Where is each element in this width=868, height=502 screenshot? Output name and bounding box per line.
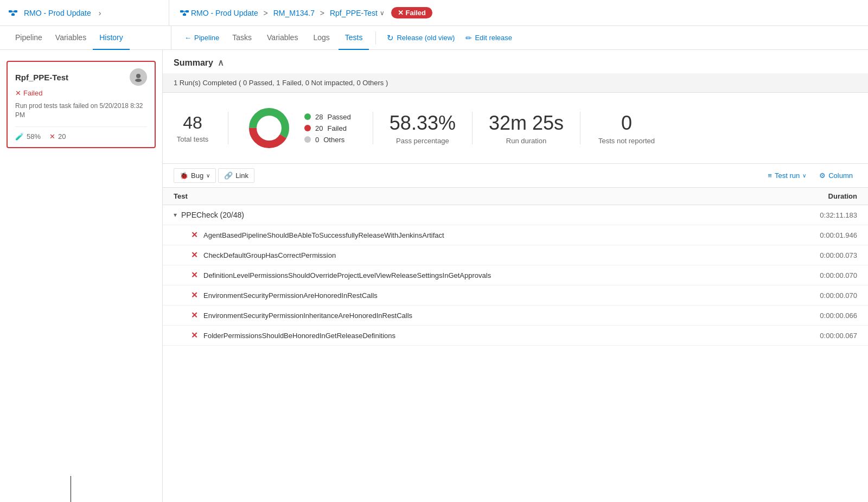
- others-label: Others: [323, 136, 344, 144]
- tooltip-line: [71, 476, 71, 503]
- pipeline-icon-left: [7, 7, 20, 20]
- test-item-row[interactable]: ✕ CheckDefaultGroupHasCorrectPermission …: [163, 245, 868, 265]
- pass-pct-label: Pass percentage: [396, 137, 449, 145]
- tab-logs[interactable]: Logs: [307, 26, 336, 50]
- edit-release-label: Edit release: [475, 34, 512, 42]
- summary-collapse-icon[interactable]: ∧: [218, 58, 224, 68]
- test-item-duration-1: 0:00:00.073: [781, 251, 857, 259]
- link-button[interactable]: 🔗 Link: [218, 168, 254, 183]
- stage-chevron-icon[interactable]: ∨: [380, 9, 385, 17]
- right-pipeline-title[interactable]: RMO - Prod Update: [191, 9, 258, 17]
- svg-rect-1: [14, 10, 17, 12]
- legend-passed: 28 Passed: [304, 113, 351, 121]
- stage-status: ✕ Failed: [15, 89, 147, 97]
- stat-divider-1: [228, 112, 228, 144]
- test-item-duration-3: 0:00:00.070: [781, 291, 857, 300]
- failed-label: Failed: [327, 124, 346, 132]
- bug-button[interactable]: 🐞 Bug ∨: [174, 168, 216, 183]
- top-bar-left: RMO - Prod Update ›: [7, 0, 169, 26]
- pass-pct-value: 58.33%: [390, 112, 456, 135]
- nav-tabs-row: Pipeline Variables History ← Pipeline Ta…: [0, 26, 868, 50]
- tab-pipeline[interactable]: Pipeline: [9, 26, 49, 50]
- nav-left-tabs: Pipeline Variables History: [9, 26, 130, 50]
- column-icon: ⚙: [819, 171, 826, 180]
- tab-tasks[interactable]: Tasks: [226, 26, 258, 50]
- svg-point-15: [257, 116, 281, 140]
- test-item-row[interactable]: ✕ FolderPermissionsShouldBeHonoredInGetR…: [163, 326, 868, 346]
- test-fail-icon-3: ✕: [191, 290, 198, 300]
- stage-footer: 🧪 58% ✕ 20: [15, 126, 147, 141]
- right-milestone[interactable]: RM_M134.7: [273, 9, 315, 17]
- test-item-row[interactable]: ✕ AgentBasedPipelineShouldBeAbleToSucces…: [163, 225, 868, 245]
- summary-title: Summary: [174, 58, 213, 68]
- right-panel: Summary ∧ 1 Run(s) Completed ( 0 Passed,…: [163, 50, 868, 502]
- summary-header: Summary ∧: [163, 50, 868, 73]
- test-item-duration-5: 0:00:00.067: [781, 332, 857, 340]
- passed-label: Passed: [327, 113, 350, 121]
- left-breadcrumb-sep: ›: [99, 9, 101, 17]
- stage-status-label: Failed: [23, 89, 42, 97]
- stage-card-name: Rpf_PPE-Test: [15, 73, 68, 82]
- pipeline-icon-right: [178, 7, 191, 20]
- legend-failed: 20 Failed: [304, 124, 351, 132]
- release-old-view-label: Release (old view): [397, 34, 455, 42]
- tab-history[interactable]: History: [93, 26, 130, 50]
- donut-legend: 28 Passed 20 Failed 0 Others: [304, 113, 351, 144]
- nav-left: Pipeline Variables History: [9, 26, 171, 49]
- test-group-row[interactable]: ▾ PPECheck (20/48) 0:32:11.183: [163, 205, 868, 225]
- left-pipeline-title[interactable]: RMO - Prod Update: [24, 9, 91, 17]
- nav-right: ← Pipeline Tasks Variables Logs Tests ↻ …: [171, 26, 859, 50]
- release-old-view-btn[interactable]: ↻ Release (old view): [382, 29, 459, 47]
- toolbar-left: 🐞 Bug ∨ 🔗 Link: [174, 168, 254, 183]
- test-run-btn[interactable]: ≡ Test run ∨: [763, 169, 810, 182]
- top-bar-right: RMO - Prod Update > RM_M134.7 > Rpf_PPE-…: [169, 7, 861, 20]
- stage-description: Run prod tests task failed on 5/20/2018 …: [15, 101, 147, 120]
- svg-point-11: [135, 79, 142, 82]
- test-fail-icon-4: ✕: [191, 310, 198, 320]
- legend-others: 0 Others: [304, 136, 351, 144]
- tab-variables-left[interactable]: Variables: [49, 26, 93, 50]
- back-arrow-icon: ←: [184, 34, 192, 42]
- link-label: Link: [235, 171, 248, 180]
- total-tests-value: 48: [183, 113, 202, 133]
- runs-bar: 1 Run(s) Completed ( 0 Passed, 1 Failed,…: [163, 73, 868, 93]
- test-col-name: Test: [174, 192, 781, 200]
- tab-variables-right[interactable]: Variables: [260, 26, 304, 50]
- stat-divider-2: [373, 112, 373, 144]
- flask-icon: 🧪: [15, 132, 24, 141]
- edit-release-btn[interactable]: ✏ Edit release: [461, 29, 516, 47]
- link-icon: 🔗: [224, 171, 233, 180]
- svg-rect-0: [9, 10, 12, 12]
- runs-bar-text: 1 Run(s) Completed ( 0 Passed, 1 Failed,…: [174, 79, 388, 87]
- tab-tests[interactable]: Tests: [339, 26, 369, 50]
- failed-dot: [304, 125, 311, 131]
- test-item-name-0: AgentBasedPipelineShouldBeAbleToSuccessf…: [203, 231, 781, 239]
- test-item-duration-2: 0:00:00.070: [781, 271, 857, 279]
- right-stage[interactable]: Rpf_PPE-Test: [330, 9, 378, 17]
- stat-divider-3: [472, 112, 473, 144]
- stage-card[interactable]: Rpf_PPE-Test ✕ Failed Run prod tests tas…: [7, 61, 156, 148]
- back-pipeline-btn[interactable]: ← Pipeline: [180, 29, 224, 47]
- stage-fail-count-value: 20: [58, 132, 66, 141]
- test-fail-icon-5: ✕: [191, 331, 198, 340]
- passed-dot: [304, 113, 311, 120]
- test-item-name-3: EnvironmentSecurityPermissionAreHonoredI…: [203, 291, 781, 300]
- test-fail-icon-1: ✕: [191, 250, 198, 260]
- svg-rect-6: [186, 10, 189, 12]
- column-btn[interactable]: ⚙ Column: [815, 169, 857, 182]
- stage-fail-count-icon: ✕: [49, 132, 55, 141]
- test-item-row[interactable]: ✕ DefinitionLevelPermissionsShouldOverri…: [163, 265, 868, 285]
- toolbar-right: ≡ Test run ∨ ⚙ Column: [763, 169, 857, 182]
- group-expand-icon: ▾: [174, 211, 177, 219]
- others-count: 0: [315, 136, 319, 144]
- test-item-row[interactable]: ✕ EnvironmentSecurityPermissionInheritan…: [163, 306, 868, 326]
- svg-rect-2: [11, 14, 15, 16]
- bug-icon: 🐞: [180, 171, 188, 180]
- not-reported-label: Tests not reported: [598, 137, 655, 145]
- test-col-duration: Duration: [781, 192, 857, 200]
- test-group-name: PPECheck (20/48): [181, 211, 781, 219]
- test-item-row[interactable]: ✕ EnvironmentSecurityPermissionAreHonore…: [163, 285, 868, 306]
- test-item-duration-0: 0:00:01.946: [781, 231, 857, 239]
- run-duration-block: 32m 25s Run duration: [489, 112, 580, 145]
- right-sep1: >: [261, 9, 270, 17]
